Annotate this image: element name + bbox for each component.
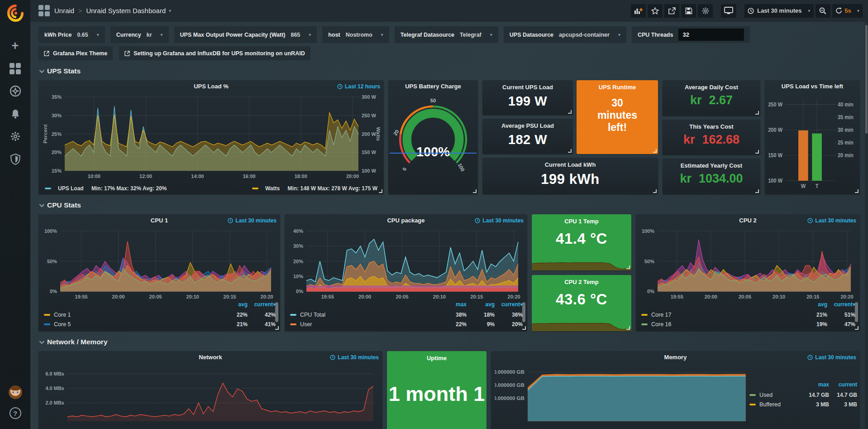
ups-stat-grid: Current UPS Load 199 W UPS Runtime 30 mi… — [482, 80, 658, 194]
cost-column: Average Daily Cost kr2.67 This Years Cos… — [663, 80, 760, 194]
panel-time-range[interactable]: Last 30 minutes — [330, 354, 379, 361]
panel-cpu1-temp[interactable]: CPU 1 Temp 41.4 °C — [532, 214, 631, 270]
page-scrollbar[interactable] — [865, 21, 868, 429]
chevron-down-icon — [39, 202, 44, 207]
svg-text:0%: 0% — [50, 289, 57, 294]
svg-text:14:00: 14:00 — [191, 174, 204, 179]
alerting-bell-icon[interactable] — [6, 105, 24, 123]
memory-legend: maxcurrent Used 14.7 GB14.7 GB Buffered … — [749, 363, 857, 429]
explore-compass-icon[interactable] — [6, 82, 24, 100]
legend-item[interactable]: Buffered 3 MB3 MB — [749, 400, 857, 409]
panel-time-range[interactable]: Last 30 minutes — [475, 217, 524, 224]
legend-item[interactable]: Core 16 19%47% — [641, 319, 855, 329]
panel-estimated-yearly-cost[interactable]: Estimated Yearly Cost kr1034.00 — [663, 159, 760, 194]
svg-text:20:20: 20:20 — [840, 294, 853, 299]
panel-title[interactable]: Memory — [491, 354, 860, 361]
star-button[interactable] — [648, 4, 663, 18]
variable-ups-max-output[interactable]: UPS Max Output Power Capacity (Watt) 865… — [174, 26, 317, 43]
clock-icon — [748, 8, 754, 14]
link-ups-monitoring-guide[interactable]: Setting up Grafana and InfluxDB for UPS … — [119, 46, 310, 60]
dashboards-icon[interactable] — [6, 59, 24, 77]
share-button[interactable] — [664, 4, 679, 18]
link-grafana-plex-theme[interactable]: Grafana Plex Theme — [38, 46, 113, 60]
section-ups-stats[interactable]: UPS Stats — [39, 67, 860, 75]
panel-title[interactable]: UPS Battery Charge — [388, 83, 478, 90]
legend-item[interactable]: Core 17 21%51% — [641, 310, 855, 319]
breadcrumb-caret-icon[interactable]: ▾ — [169, 8, 171, 13]
legend-item[interactable]: Core 5 21%41% — [44, 319, 276, 329]
panel-current-load-kwh[interactable]: Current Load kWh 199 kWh — [482, 158, 658, 194]
ups-stats-row: UPS Load % Last 12 hours 35%30%25%20%15%… — [38, 80, 860, 194]
external-link-icon — [124, 51, 130, 56]
panel-time-range[interactable]: Last 30 minutes — [228, 217, 277, 224]
panel-average-daily-cost[interactable]: Average Daily Cost kr2.67 — [663, 80, 760, 116]
time-range-label: Last 30 minutes — [757, 7, 801, 14]
legend-item[interactable]: UPS Load Min: 17% Max: 32% Avg: 20% — [45, 185, 167, 192]
chevron-down-icon — [39, 339, 44, 344]
grafana-logo[interactable] — [7, 5, 24, 22]
variables-row: kWh Price 0.65 ▾ Currency kr ▾ UPS Max O… — [38, 26, 860, 43]
legend-scrollbar[interactable] — [855, 302, 858, 322]
legend-item[interactable]: CPU Total 38%18%36% — [290, 310, 523, 319]
panel-ups-runtime[interactable]: UPS Runtime 30 minutes left! — [577, 80, 658, 154]
panel-cpu2: CPU 2 Last 30 minutes 100%50%0%19:5520:0… — [636, 214, 860, 331]
svg-text:20 min: 20 min — [838, 152, 854, 158]
legend-item[interactable]: Watts Min: 148 W Max: 278 W Avg: 175 W — [252, 185, 377, 192]
dashboard-settings-gear-icon[interactable] — [698, 4, 713, 18]
panel-uptime[interactable]: Uptime 1 month 1 — [387, 351, 486, 429]
svg-text:4.0 MBs: 4.0 MBs — [45, 386, 64, 391]
panel-this-years-cost[interactable]: This Years Cost kr162.68 — [663, 120, 760, 155]
section-cpu-stats[interactable]: CPU Stats — [39, 201, 860, 209]
svg-text:0: 0 — [401, 167, 407, 172]
panel-time-range[interactable]: Last 30 minutes — [807, 354, 856, 361]
server-admin-shield-icon[interactable] — [6, 150, 24, 168]
variable-kwh-price[interactable]: kWh Price 0.65 ▾ — [38, 26, 105, 43]
variable-currency[interactable]: Currency kr ▾ — [110, 26, 169, 43]
refresh-button[interactable]: 5s ▾ — [832, 4, 863, 18]
breadcrumb-dashboard[interactable]: Unraid System Dashboard — [86, 7, 166, 14]
cycle-view-monitor-icon[interactable] — [721, 4, 736, 18]
panel-average-psu-load[interactable]: Average PSU Load 182 W — [482, 119, 573, 154]
cpu-threads-input[interactable] — [678, 29, 744, 41]
variable-ups-datasource[interactable]: UPS Datasource apcupsd-container ▾ — [504, 26, 626, 43]
variable-host[interactable]: host Nostromo ▾ — [322, 26, 389, 43]
clock-icon — [807, 218, 813, 223]
panel-ups-load-vs-time-left: UPS Load vs Time left 250 W200 W150 W100… — [765, 80, 860, 194]
user-avatar[interactable] — [9, 386, 22, 399]
cpu-stats-row: CPU 1 Last 30 minutes 100%50%0%19:5520:0… — [38, 214, 860, 331]
panel-memory: Memory Last 30 minutes 70.000000 GB60.00… — [491, 351, 860, 429]
zoom-out-button[interactable] — [816, 4, 830, 18]
panel-current-ups-load[interactable]: Current UPS Load 199 W — [482, 80, 573, 115]
configuration-gear-icon[interactable] — [6, 127, 24, 145]
legend-scrollbar[interactable] — [275, 302, 278, 322]
battery-gauge: 50 20 0 100 100% — [391, 94, 476, 183]
legend-item[interactable]: Core 1 22%42% — [44, 310, 276, 319]
help-icon[interactable]: ? — [10, 407, 21, 419]
time-range-picker[interactable]: Last 30 minutes ▾ — [744, 4, 813, 18]
panel-time-range[interactable]: Last 12 hours — [337, 83, 380, 90]
create-plus-icon[interactable]: + — [6, 37, 24, 55]
svg-text:40%: 40% — [293, 228, 303, 234]
svg-text:10:00: 10:00 — [88, 174, 100, 179]
panel-title[interactable]: UPS Load % — [38, 83, 384, 90]
panel-time-range[interactable]: Last 30 minutes — [807, 217, 856, 224]
svg-text:Percent: Percent — [43, 124, 48, 143]
panel-cpu2-temp[interactable]: CPU 2 Temp 43.6 °C — [532, 275, 631, 331]
variable-telegraf-datasource[interactable]: Telegraf Datasource Telegraf ▾ — [395, 26, 498, 43]
breadcrumb-folder[interactable]: Unraid — [54, 7, 74, 14]
refresh-icon — [835, 7, 842, 14]
section-network-memory[interactable]: Network / Memory — [39, 338, 860, 346]
panel-title[interactable]: UPS Load vs Time left — [765, 83, 860, 90]
svg-text:20:00: 20:00 — [358, 294, 371, 299]
add-panel-button[interactable] — [631, 4, 646, 18]
legend-item[interactable]: User 22%9%20% — [290, 319, 523, 329]
dashboard-grid-icon[interactable] — [38, 5, 50, 16]
svg-text:20%: 20% — [52, 149, 62, 155]
svg-text:20:15: 20:15 — [806, 294, 819, 299]
save-button[interactable] — [681, 4, 696, 18]
legend-scrollbar[interactable] — [522, 302, 525, 322]
legend-item[interactable]: Used 14.7 GB14.7 GB — [749, 390, 857, 400]
svg-text:18:00: 18:00 — [295, 174, 307, 179]
svg-text:20: 20 — [392, 129, 400, 136]
panel-cpu-package: CPU package Last 30 minutes 40%30%20%10%… — [285, 214, 527, 331]
